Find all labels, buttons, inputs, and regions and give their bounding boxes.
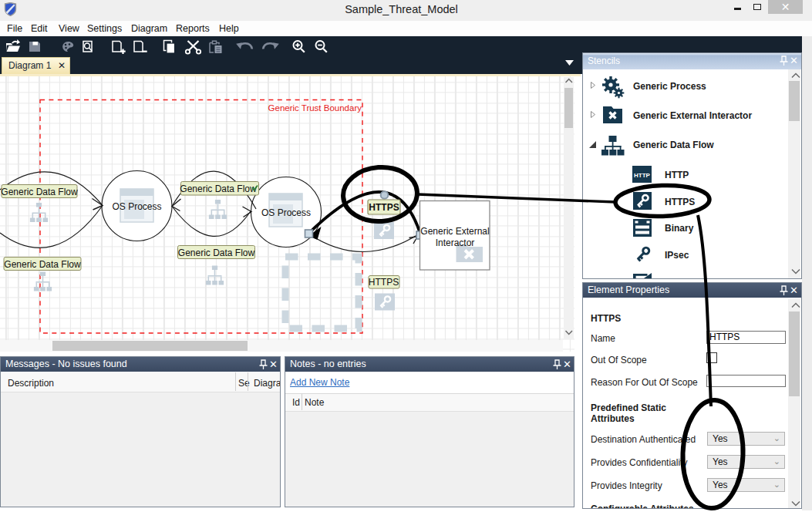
svg-text:Generic Data Flow: Generic Data Flow	[180, 184, 257, 194]
svg-text:Generic Trust Boundary: Generic Trust Boundary	[268, 103, 362, 113]
svg-text:Generic Data Flow: Generic Data Flow	[178, 248, 255, 258]
svg-text:Generic Data Flow: Generic Data Flow	[4, 259, 81, 270]
svg-text:HTTPS: HTTPS	[369, 277, 399, 288]
svg-text:Generic External: Generic External	[420, 226, 489, 237]
svg-text:Interactor: Interactor	[436, 237, 475, 248]
svg-text:OS Process: OS Process	[112, 201, 161, 212]
svg-text:HTTPS: HTTPS	[369, 202, 399, 213]
svg-text:Generic Data Flow: Generic Data Flow	[1, 187, 78, 197]
svg-text:OS Process: OS Process	[261, 207, 311, 218]
